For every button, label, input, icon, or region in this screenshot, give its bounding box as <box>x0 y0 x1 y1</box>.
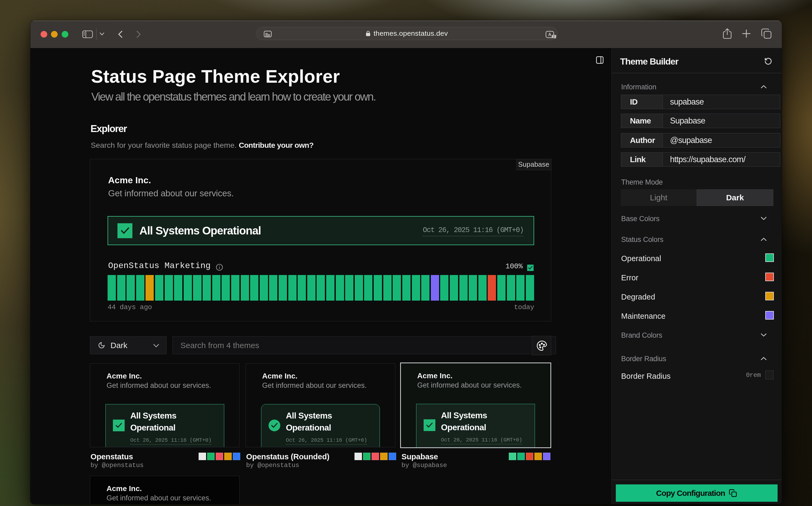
svg-text:A: A <box>548 32 551 37</box>
svg-text:文: 文 <box>552 35 556 38</box>
